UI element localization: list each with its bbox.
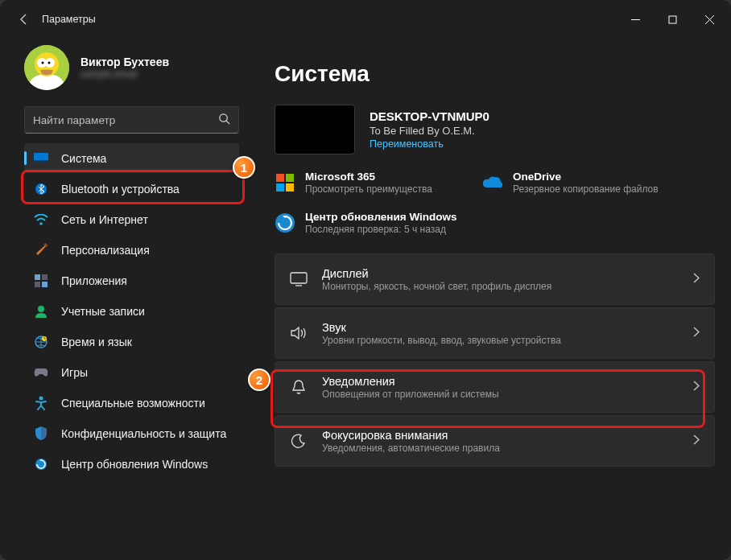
nav-item-accounts[interactable]: Учетные записи bbox=[24, 296, 239, 326]
nav-item-privacy[interactable]: Конфиденциальность и защита bbox=[24, 418, 239, 448]
svg-rect-19 bbox=[42, 274, 47, 280]
close-button[interactable] bbox=[691, 3, 728, 35]
search-box[interactable] bbox=[24, 106, 239, 134]
brush-icon bbox=[34, 243, 48, 257]
nav-item-personalization[interactable]: Персонализация bbox=[24, 235, 239, 265]
accessibility-icon bbox=[34, 396, 48, 410]
device-info: DESKTOP-VTNMUP0 To Be Filled By O.E.M. П… bbox=[370, 109, 489, 150]
card-desc: Оповещения от приложений и системы bbox=[322, 389, 679, 400]
svg-point-22 bbox=[38, 306, 44, 312]
card-body: Фокусировка внимания Уведомления, автома… bbox=[322, 429, 679, 454]
window-controls bbox=[617, 3, 728, 35]
onedrive-icon bbox=[482, 172, 503, 193]
svg-point-9 bbox=[42, 62, 44, 64]
person-icon bbox=[34, 304, 48, 319]
device-name: DESKTOP-VTNMUP0 bbox=[370, 109, 489, 123]
card-title: Уведомления bbox=[322, 375, 679, 388]
card-title: Фокусировка внимания bbox=[322, 429, 679, 442]
settings-window: Параметры bbox=[0, 0, 731, 560]
nav-label: Центр обновления Windows bbox=[61, 458, 208, 471]
card-notifications[interactable]: Уведомления Оповещения от приложений и с… bbox=[275, 361, 715, 413]
tile-title: Microsoft 365 bbox=[305, 171, 432, 183]
profile-section[interactable]: Виктор Бухтеев sample.email bbox=[24, 39, 239, 97]
moon-icon bbox=[290, 432, 308, 450]
svg-rect-20 bbox=[35, 282, 40, 287]
svg-rect-28 bbox=[286, 174, 294, 182]
gamepad-icon bbox=[34, 365, 48, 380]
svg-point-16 bbox=[39, 222, 43, 225]
m365-icon bbox=[275, 172, 295, 193]
nav-item-system[interactable]: Система bbox=[24, 143, 239, 173]
back-button[interactable] bbox=[10, 5, 39, 34]
profile-email: sample.email bbox=[81, 68, 169, 80]
svg-rect-1 bbox=[669, 16, 676, 23]
svg-line-12 bbox=[226, 121, 229, 124]
maximize-button[interactable] bbox=[654, 3, 691, 35]
chevron-right-icon bbox=[693, 434, 700, 447]
minimize-button[interactable] bbox=[617, 3, 654, 35]
card-display[interactable]: Дисплей Мониторы, яркость, ночной свет, … bbox=[275, 253, 715, 305]
svg-rect-32 bbox=[291, 273, 307, 283]
bell-icon bbox=[290, 378, 308, 396]
nav-label: Bluetooth и устройства bbox=[61, 183, 180, 196]
search-input[interactable] bbox=[33, 114, 218, 126]
nav-label: Конфиденциальность и защита bbox=[61, 427, 226, 440]
nav-label: Сеть и Интернет bbox=[61, 213, 148, 226]
svg-point-10 bbox=[48, 62, 51, 64]
card-desc: Уведомления, автоматические правила bbox=[322, 443, 679, 454]
display-icon bbox=[290, 270, 308, 288]
page-title: Система bbox=[275, 61, 715, 87]
nav-item-gaming[interactable]: Игры bbox=[24, 357, 239, 387]
nav-label: Персонализация bbox=[61, 244, 150, 257]
tile-onedrive[interactable]: OneDrive Резервное копирование файлов bbox=[482, 171, 675, 196]
wu-desc: Последняя проверка: 5 ч назад bbox=[305, 224, 457, 237]
card-body: Уведомления Оповещения от приложений и с… bbox=[322, 375, 679, 400]
svg-rect-30 bbox=[286, 183, 294, 191]
apps-icon bbox=[34, 274, 48, 288]
device-model: To Be Filled By O.E.M. bbox=[370, 125, 489, 137]
info-tiles: Microsoft 365 Просмотреть преимущества O… bbox=[275, 171, 715, 196]
nav-item-bluetooth[interactable]: Bluetooth и устройства bbox=[24, 174, 239, 204]
card-title: Дисплей bbox=[322, 267, 679, 280]
tile-body: Microsoft 365 Просмотреть преимущества bbox=[305, 171, 432, 196]
card-desc: Мониторы, яркость, ночной свет, профиль … bbox=[322, 281, 679, 292]
system-icon bbox=[34, 151, 48, 166]
card-sound[interactable]: Звук Уровни громкости, вывод, ввод, звук… bbox=[275, 307, 715, 359]
tile-m365[interactable]: Microsoft 365 Просмотреть преимущества bbox=[275, 171, 468, 196]
svg-rect-14 bbox=[34, 160, 48, 163]
wu-title: Центр обновления Windows bbox=[305, 211, 457, 223]
tile-desc: Резервное копирование файлов bbox=[513, 183, 659, 196]
window-title: Параметры bbox=[42, 14, 96, 25]
chevron-right-icon bbox=[693, 327, 700, 340]
rename-link[interactable]: Переименовать bbox=[370, 138, 489, 150]
nav-label: Приложения bbox=[61, 274, 127, 287]
tile-title: OneDrive bbox=[513, 171, 659, 183]
nav-item-update[interactable]: Центр обновления Windows bbox=[24, 449, 239, 479]
svg-point-25 bbox=[39, 396, 43, 400]
nav-item-apps[interactable]: Приложения bbox=[24, 266, 239, 295]
svg-point-11 bbox=[220, 113, 227, 121]
sidebar: Виктор Бухтеев sample.email Система bbox=[0, 39, 246, 560]
globe-icon bbox=[34, 335, 48, 349]
profile-info: Виктор Бухтеев sample.email bbox=[81, 56, 169, 80]
nav-item-accessibility[interactable]: Специальные возможности bbox=[24, 388, 239, 418]
search-icon bbox=[218, 113, 230, 128]
card-body: Звук Уровни громкости, вывод, ввод, звук… bbox=[322, 321, 679, 346]
svg-rect-27 bbox=[276, 174, 284, 182]
card-desc: Уровни громкости, вывод, ввод, звуковые … bbox=[322, 335, 679, 346]
nav-item-time[interactable]: Время и язык bbox=[24, 327, 239, 356]
annotation-badge-1: 1 bbox=[233, 156, 255, 179]
nav-item-network[interactable]: Сеть и Интернет bbox=[24, 204, 239, 234]
annotation-badge-2: 2 bbox=[248, 369, 271, 391]
profile-name: Виктор Бухтеев bbox=[81, 56, 169, 68]
device-thumbnail bbox=[275, 105, 355, 154]
windows-update-tile[interactable]: Центр обновления Windows Последняя прове… bbox=[275, 211, 715, 237]
update-icon bbox=[275, 212, 295, 233]
nav-list: Система Bluetooth и устройства Сеть и Ин… bbox=[24, 143, 239, 479]
nav-label: Специальные возможности bbox=[61, 397, 205, 410]
bluetooth-icon bbox=[34, 182, 48, 196]
chevron-right-icon bbox=[693, 273, 700, 286]
chevron-right-icon bbox=[693, 381, 700, 393]
card-focus[interactable]: Фокусировка внимания Уведомления, автома… bbox=[275, 415, 715, 467]
svg-rect-21 bbox=[42, 282, 47, 287]
